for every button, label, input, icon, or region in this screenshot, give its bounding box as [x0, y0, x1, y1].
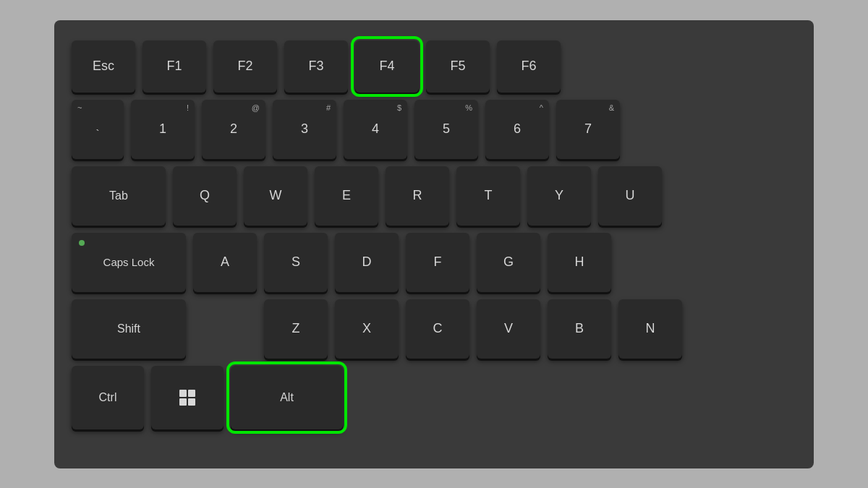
key-1[interactable]: ! 1: [131, 100, 195, 159]
key-4[interactable]: $ 4: [344, 100, 407, 159]
bottom-row: Ctrl Alt: [72, 366, 796, 429]
key-b[interactable]: B: [548, 299, 611, 359]
key-a[interactable]: A: [193, 233, 257, 292]
key-f1-label: F1: [166, 59, 182, 74]
key-f3-label: F3: [308, 59, 323, 74]
key-tilde-sublabel: ~: [77, 103, 82, 112]
key-n[interactable]: N: [618, 299, 682, 359]
key-3-sub: #: [326, 103, 331, 112]
key-alt-label: Alt: [280, 391, 294, 404]
key-tab-label: Tab: [109, 189, 128, 202]
key-h-label: H: [575, 254, 584, 270]
number-row: ~ ` ! 1 @ 2 # 3 $ 4 % 5 ^ 6 & 7: [72, 100, 796, 159]
key-7-sub: &: [609, 103, 614, 112]
key-e-label: E: [342, 188, 351, 203]
key-capslock-label: Caps Lock: [103, 256, 155, 268]
key-v-label: V: [504, 321, 513, 336]
key-shift-label: Shift: [117, 322, 140, 335]
key-esc[interactable]: Esc: [72, 40, 135, 93]
key-e[interactable]: E: [315, 166, 378, 226]
key-z[interactable]: Z: [264, 299, 328, 359]
key-backtick-label: `: [96, 127, 100, 140]
key-u[interactable]: U: [598, 166, 662, 226]
key-f2-label: F2: [237, 59, 252, 74]
key-t[interactable]: T: [456, 166, 520, 226]
key-6-label: 6: [514, 121, 521, 137]
key-n-label: N: [646, 321, 655, 336]
key-y-label: Y: [555, 188, 563, 203]
key-capslock[interactable]: Caps Lock: [72, 233, 186, 292]
key-f5-label: F5: [450, 59, 465, 74]
key-f5[interactable]: F5: [426, 40, 490, 93]
key-r[interactable]: R: [386, 166, 449, 226]
key-2-sub: @: [252, 103, 260, 112]
key-5-label: 5: [443, 121, 450, 137]
caps-row: Caps Lock A S D F G H: [72, 233, 796, 292]
key-h[interactable]: H: [548, 233, 611, 292]
key-backtick[interactable]: ~ `: [72, 100, 124, 159]
key-shift[interactable]: Shift: [72, 299, 186, 359]
key-f2[interactable]: F2: [213, 40, 277, 93]
key-f-label: F: [434, 254, 442, 270]
key-4-sub: $: [397, 103, 401, 112]
key-2[interactable]: @ 2: [202, 100, 265, 159]
key-5-sub: %: [465, 103, 472, 112]
key-s-label: S: [292, 254, 300, 270]
key-tab[interactable]: Tab: [72, 166, 166, 226]
key-b-label: B: [575, 321, 584, 336]
key-a-label: A: [221, 254, 229, 270]
key-alt[interactable]: Alt: [231, 366, 343, 429]
key-ctrl-label: Ctrl: [99, 391, 117, 404]
key-d[interactable]: D: [335, 233, 399, 292]
key-7[interactable]: & 7: [556, 100, 620, 159]
key-1-label: 1: [159, 121, 166, 137]
key-w-label: W: [270, 188, 282, 203]
key-v[interactable]: V: [477, 299, 540, 359]
key-3-label: 3: [301, 121, 308, 137]
key-f1[interactable]: F1: [142, 40, 206, 93]
key-t-label: T: [485, 188, 493, 203]
capslock-indicator: [79, 240, 85, 246]
key-6-sub: ^: [540, 103, 543, 112]
key-5[interactable]: % 5: [414, 100, 478, 159]
keyboard: Esc F1 F2 F3 F4 F5 F6 ~ ` ! 1 @: [54, 20, 814, 468]
key-u-label: U: [626, 188, 635, 203]
key-win[interactable]: [151, 366, 224, 429]
key-ctrl[interactable]: Ctrl: [72, 366, 144, 429]
key-w[interactable]: W: [244, 166, 307, 226]
key-q-label: Q: [200, 188, 210, 203]
key-x-label: X: [362, 321, 371, 336]
key-d-label: D: [362, 254, 372, 270]
key-f6-label: F6: [521, 59, 536, 74]
key-7-label: 7: [584, 121, 592, 137]
key-s[interactable]: S: [264, 233, 328, 292]
key-3[interactable]: # 3: [273, 100, 336, 159]
key-f4-label: F4: [379, 59, 394, 74]
key-6[interactable]: ^ 6: [485, 100, 549, 159]
key-g[interactable]: G: [477, 233, 540, 292]
key-4-label: 4: [372, 121, 379, 137]
key-f3[interactable]: F3: [284, 40, 348, 93]
key-esc-label: Esc: [93, 59, 114, 74]
key-r-label: R: [413, 188, 422, 203]
tab-row: Tab Q W E R T Y U: [72, 166, 796, 226]
key-2-label: 2: [230, 121, 237, 137]
key-x[interactable]: X: [335, 299, 399, 359]
key-f4[interactable]: F4: [355, 40, 419, 93]
key-y[interactable]: Y: [527, 166, 591, 226]
key-g-label: G: [503, 254, 514, 270]
key-z-label: Z: [292, 321, 300, 336]
windows-icon: [179, 390, 195, 406]
key-c-label: C: [433, 321, 443, 336]
key-1-sub: !: [187, 103, 189, 112]
shift-row: Shift Z X C V B N: [72, 299, 796, 359]
key-q[interactable]: Q: [173, 166, 237, 226]
key-c[interactable]: C: [406, 299, 469, 359]
key-f[interactable]: F: [406, 233, 469, 292]
function-row: Esc F1 F2 F3 F4 F5 F6: [72, 40, 796, 93]
key-f6[interactable]: F6: [497, 40, 561, 93]
